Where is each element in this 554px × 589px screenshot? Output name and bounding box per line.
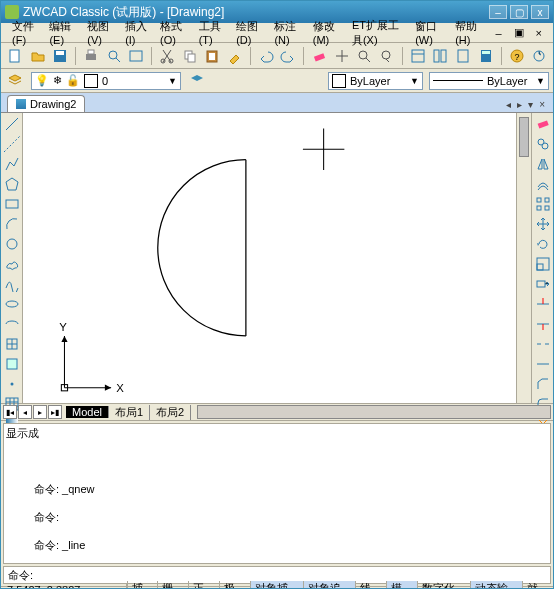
line-icon[interactable] [2,115,22,133]
paste-icon[interactable] [202,46,222,66]
copy-icon[interactable] [180,46,200,66]
status-toggle-就绪[interactable]: 就绪 [522,581,553,590]
pan-icon[interactable] [332,46,352,66]
make-block-icon[interactable] [2,355,22,373]
command-history[interactable]: 显示成 命令: _qnew 命令: 命令: _line 线的起始点: 角度(A)… [3,423,551,564]
menu-file[interactable]: 文件(F) [7,17,42,48]
menu-window[interactable]: 窗口(W) [410,17,448,48]
vertical-scrollbar[interactable] [516,113,531,403]
circle-icon[interactable] [2,235,22,253]
publish-icon[interactable] [126,46,146,66]
layer-freeze-icon: ❄ [53,74,62,87]
mirror-icon[interactable] [533,155,553,173]
status-toggle-线宽[interactable]: 线宽 [355,581,386,590]
menu-insert[interactable]: 插入(I) [120,17,153,48]
status-toggles: 捕捉栅格正交极轴对象捕捉对象追踪线宽模型数字化仪动态输入就绪 [127,581,553,590]
minimize-button[interactable]: – [489,5,507,19]
break-icon[interactable] [533,335,553,353]
stretch-icon[interactable] [533,275,553,293]
spline-icon[interactable] [2,275,22,293]
insert-block-icon[interactable] [2,335,22,353]
layer-prev-icon[interactable] [187,71,207,91]
open-icon[interactable] [28,46,48,66]
extend-icon[interactable] [533,315,553,333]
copy-tool-icon[interactable] [533,135,553,153]
status-toggle-对象追踪[interactable]: 对象追踪 [303,581,356,590]
polygon-icon[interactable] [2,175,22,193]
undo-icon[interactable] [256,46,276,66]
status-toggle-数字化仪[interactable]: 数字化仪 [417,581,470,590]
move-icon[interactable] [533,215,553,233]
layer-combo[interactable]: 💡 ❄ 🔓 0 ▼ [31,72,181,90]
chamfer-icon[interactable] [533,375,553,393]
linetype-combo[interactable]: ByLayer ▼ [429,72,549,90]
horizontal-scrollbar[interactable] [197,405,551,419]
redo-icon[interactable] [279,46,299,66]
tab-close-button[interactable]: × [537,99,547,110]
zoom-prev-icon[interactable] [377,46,397,66]
menu-draw[interactable]: 绘图(D) [231,17,267,48]
doc-minimize-button[interactable]: – [490,25,506,41]
status-toggle-极轴[interactable]: 极轴 [219,581,250,590]
coordinates-readout[interactable]: 7.5407, 2.3807, 0.0000 [1,584,127,590]
color-combo[interactable]: ByLayer ▼ [328,72,423,90]
status-toggle-栅格[interactable]: 栅格 [157,581,188,590]
polyline-icon[interactable] [2,155,22,173]
print-icon[interactable] [81,46,101,66]
color-swatch-icon [332,74,346,88]
ellipse-arc-icon[interactable] [2,315,22,333]
ucs-y-label: Y [59,321,67,333]
menu-modify[interactable]: 修改(M) [308,17,345,48]
designcenter-icon[interactable] [431,46,451,66]
arc-icon[interactable] [2,215,22,233]
status-toggle-对象捕捉[interactable]: 对象捕捉 [250,581,303,590]
tab-first-button[interactable]: ▮◂ [3,405,17,419]
status-toggle-捕捉[interactable]: 捕捉 [127,581,158,590]
join-icon[interactable] [533,355,553,373]
point-icon[interactable] [2,375,22,393]
ellipse-icon[interactable] [2,295,22,313]
cmd-line: 命令: _line [34,538,546,552]
update-icon[interactable] [529,46,549,66]
array-icon[interactable] [533,195,553,213]
prop-icon[interactable] [408,46,428,66]
rotate-icon[interactable] [533,235,553,253]
toolpalette-icon[interactable] [453,46,473,66]
menu-et[interactable]: ET扩展工具(X) [347,16,408,50]
menu-format[interactable]: 格式(O) [155,17,192,48]
save-icon[interactable] [50,46,70,66]
help-icon[interactable]: ? [507,46,527,66]
erase-tool-icon[interactable] [533,115,553,133]
tab-scroll-left[interactable]: ◂ [504,99,513,110]
doc-close-button[interactable]: × [531,25,547,41]
document-tab[interactable]: Drawing2 [7,95,85,112]
maximize-button[interactable]: ▢ [510,5,528,19]
status-toggle-正交[interactable]: 正交 [188,581,219,590]
doc-restore-button[interactable]: ▣ [509,24,529,41]
menu-tools[interactable]: 工具(T) [194,17,229,48]
revcloud-icon[interactable] [2,255,22,273]
menu-dimen[interactable]: 标注(N) [269,17,305,48]
close-button[interactable]: x [531,5,549,19]
preview-icon[interactable] [104,46,124,66]
status-toggle-模型[interactable]: 模型 [386,581,417,590]
trim-icon[interactable] [533,295,553,313]
zoom-icon[interactable] [355,46,375,66]
matchprop-icon[interactable] [225,46,245,66]
menu-help[interactable]: 帮助(H) [450,17,486,48]
drawing-canvas[interactable]: X Y [23,113,531,403]
erase-icon[interactable] [309,46,329,66]
menu-edit[interactable]: 编辑(E) [44,17,80,48]
layer-manager-icon[interactable] [5,71,25,91]
status-toggle-动态输入[interactable]: 动态输入 [470,581,523,590]
tab-list-button[interactable]: ▾ [526,99,535,110]
menu-view[interactable]: 视图(V) [82,17,118,48]
rectangle-icon[interactable] [2,195,22,213]
new-icon[interactable] [5,46,25,66]
offset-icon[interactable] [533,175,553,193]
calc-icon[interactable] [476,46,496,66]
construction-line-icon[interactable] [2,135,22,153]
cut-icon[interactable] [157,46,177,66]
tab-scroll-right[interactable]: ▸ [515,99,524,110]
scale-icon[interactable] [533,255,553,273]
